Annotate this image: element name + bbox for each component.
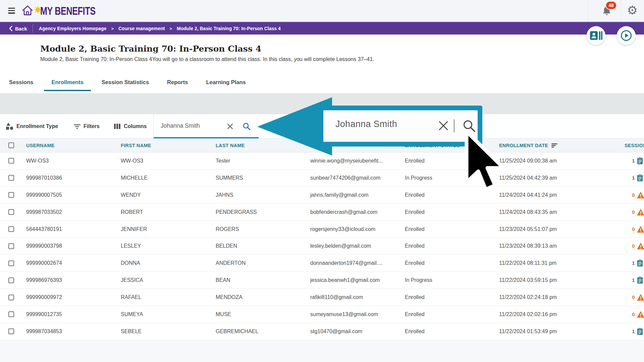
settings-gear-icon[interactable]: ⚙ [627, 3, 638, 17]
cell-username: 999990007505 [26, 192, 121, 198]
tab-bar: Sessions Enrollments Session Statistics … [2, 74, 253, 91]
table-row: 999990012735 SUMEYA MUSE sumeyamuse13@gm… [0, 306, 644, 323]
tab-reports[interactable]: Reports [160, 74, 195, 91]
top-bar: MY BENEFITS 48 ⚙ [0, 0, 644, 22]
contact-card-icon [590, 31, 602, 41]
cell-first-name: JENNIFER [121, 226, 216, 232]
select-all-checkbox[interactable] [8, 142, 14, 148]
breadcrumb-item-homepage[interactable]: Agency Employers Homepage [39, 26, 107, 31]
callout-divider [454, 119, 454, 132]
cell-enrollment-status: Enrolled [405, 209, 499, 215]
cell-enrollment-date: 11/22/2024 08:11:31 pm [499, 260, 625, 266]
search-icon[interactable] [242, 122, 251, 131]
mouse-cursor [463, 129, 508, 194]
home-icon[interactable] [21, 4, 34, 16]
cell-enrollment-status: Enrolled [405, 226, 499, 232]
cell-enrollment-date: 11/23/2024 08:39:13 am [499, 243, 625, 249]
back-button[interactable]: Back [9, 26, 27, 32]
cell-last-name: MENDOZA [216, 294, 310, 300]
table-body: WW-OS3 WW-OS3 Tester winnie.wong@myseiub… [0, 153, 644, 340]
tab-enrollments[interactable]: Enrollments [44, 74, 91, 91]
breadcrumb: Agency Employers Homepage > Course manag… [39, 26, 281, 31]
chevron-left-icon [9, 26, 12, 31]
cell-email: sunbear7474206@gmail.com [310, 175, 405, 181]
tab-session-statistics[interactable]: Session Statistics [94, 74, 156, 91]
cell-email: jahns.family@gmail.com [310, 192, 405, 198]
session-clipboard-icon [637, 277, 644, 284]
column-header-username[interactable]: USERNAME [26, 143, 121, 148]
cell-sessions: 0 [625, 294, 644, 301]
columns-button[interactable]: Columns [114, 114, 147, 138]
callout-search-field: Johanna Smith [323, 110, 478, 142]
search-input[interactable]: Johanna Smith [161, 122, 200, 129]
row-checkbox[interactable] [8, 175, 14, 181]
cell-enrollment-date: 11/22/2024 03:59:15 pm [499, 277, 625, 283]
cell-first-name: ROBERT [121, 209, 216, 215]
contacts-card-button[interactable] [587, 26, 605, 45]
cell-last-name: GEBREMICHAEL [216, 328, 310, 335]
session-clipboard-icon [637, 328, 644, 335]
cell-email: bobfendercrash@gmail.com [310, 209, 405, 215]
cell-sessions: 0 [625, 226, 644, 233]
row-checkbox[interactable] [8, 209, 14, 215]
table-footer-strip [0, 340, 644, 362]
cell-sessions: 1 [625, 259, 644, 267]
cell-enrollment-status: Enrolled [405, 294, 499, 300]
row-checkbox[interactable] [8, 260, 14, 266]
cell-sessions: 0 [625, 311, 644, 318]
enrollment-type-icon [6, 123, 13, 130]
cell-enrollment-date: 11/22/2024 02:02:16 pm [499, 311, 625, 317]
cell-first-name: MICHELLE [121, 175, 216, 181]
cell-username: 999987033502 [26, 209, 121, 215]
cell-last-name: MUSE [216, 311, 310, 317]
cell-sessions: 0 [625, 208, 644, 216]
table-row: 999990007505 WENDY JAHNS jahns.family@gm… [0, 187, 644, 204]
table-row: 564443780191 JENNIFER ROGERS rogersjenny… [0, 221, 644, 238]
cell-username: 564443780191 [26, 226, 121, 232]
play-circle-icon [621, 30, 632, 41]
table-row: 999986976393 JESSICA BEAN jessica.beanwh… [0, 272, 644, 289]
cell-username: WW-OS3 [26, 158, 121, 164]
cell-first-name: SUMEYA [121, 311, 216, 317]
cell-enrollment-date: 11/22/2024 01:53:49 pm [499, 328, 625, 335]
cell-first-name: LESLEY [121, 243, 216, 249]
cell-first-name: JESSICA [121, 277, 216, 283]
cell-sessions: 1 [625, 277, 644, 284]
column-header-enrollment-date[interactable]: ENROLLMENT DATE [499, 143, 625, 148]
cell-last-name: PENDERGRASS [216, 209, 310, 215]
cell-last-name: ANDERTON [216, 260, 310, 266]
search-field[interactable]: Johanna Smith [153, 114, 258, 138]
play-button[interactable] [617, 26, 636, 45]
cell-enrollment-status: Enrolled [405, 260, 499, 266]
cell-sessions: 0 [625, 191, 644, 199]
column-header-sessions[interactable]: SESSIONS [625, 143, 644, 148]
session-warning-icon [637, 208, 644, 216]
column-header-first-name[interactable]: FIRST NAME [121, 143, 216, 148]
row-checkbox[interactable] [8, 278, 14, 283]
cell-email: rafiki8110@gmail.com [310, 294, 405, 300]
enrollment-type-button[interactable]: Enrollment Type [6, 114, 58, 138]
clear-search-icon[interactable] [226, 123, 234, 130]
filters-button[interactable]: Filters [74, 114, 100, 138]
cell-email: lesley.belden@gmail.com [310, 243, 405, 249]
cell-enrollment-date: 11/25/2024 09:00:38 am [499, 158, 625, 164]
row-checkbox[interactable] [8, 158, 14, 164]
enrollment-type-label: Enrollment Type [16, 123, 58, 129]
tab-learning-plans[interactable]: Learning Plans [199, 74, 253, 91]
table-row: 999987034853 SEBELE GEBREMICHAEL stg1047… [0, 323, 644, 340]
cell-username: 999987010386 [26, 175, 121, 181]
tab-sessions[interactable]: Sessions [2, 74, 41, 91]
row-checkbox[interactable] [8, 311, 14, 317]
cell-username: 999990002674 [26, 260, 121, 266]
row-checkbox[interactable] [8, 328, 14, 334]
cell-email: sumeyamuse13@gmail.com [310, 311, 405, 317]
row-checkbox[interactable] [8, 295, 14, 300]
breadcrumb-item-course-management[interactable]: Course management [118, 26, 165, 31]
hamburger-menu-icon[interactable] [8, 8, 15, 14]
breadcrumb-divider [33, 24, 33, 33]
cell-first-name: WW-OS3 [121, 158, 216, 164]
row-checkbox[interactable] [8, 243, 14, 249]
row-checkbox[interactable] [8, 192, 14, 198]
row-checkbox[interactable] [8, 226, 14, 232]
breadcrumb-separator: > [169, 26, 172, 31]
